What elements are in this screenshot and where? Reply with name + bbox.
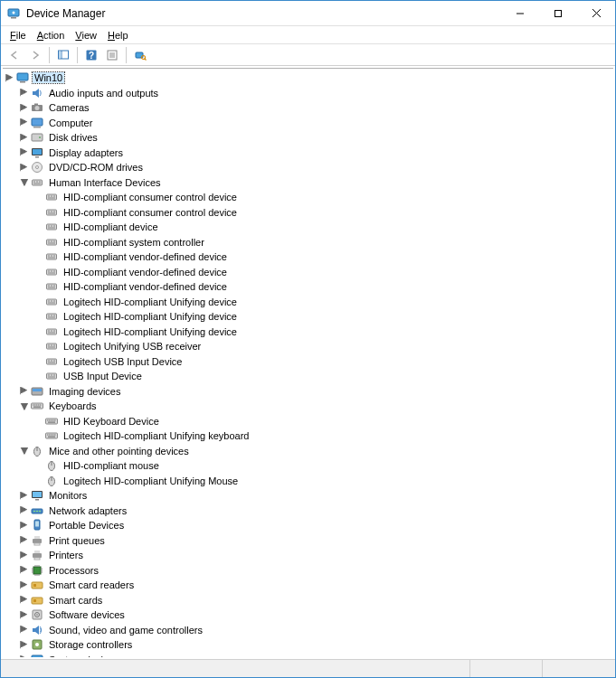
tree-node[interactable]: ⯈USB Input Device xyxy=(5,369,610,384)
expand-icon[interactable]: ⯈ xyxy=(19,133,30,143)
svg-rect-72 xyxy=(48,287,55,288)
tree-node[interactable]: ⯈Audio inputs and outputs xyxy=(5,86,610,101)
collapse-icon[interactable]: ⯆ xyxy=(19,446,30,456)
expand-icon[interactable]: ⯈ xyxy=(19,580,30,590)
maximize-button[interactable] xyxy=(539,1,577,25)
tree-node[interactable]: ⯈Imaging devices xyxy=(5,384,610,400)
expand-icon[interactable]: ⯈ xyxy=(19,118,30,127)
expand-icon[interactable]: ⯈ xyxy=(19,147,30,157)
minimize-button[interactable] xyxy=(501,1,539,25)
hid-icon xyxy=(44,235,59,250)
tree-node[interactable]: ⯈Computer xyxy=(5,116,610,131)
node-label: Logitech HID-compliant Unifying device xyxy=(62,326,239,337)
tree-node[interactable]: ⯈Smart card readers xyxy=(5,578,610,593)
collapse-icon[interactable]: ⯆ xyxy=(19,177,30,187)
expand-icon[interactable]: ⯈ xyxy=(19,565,30,575)
svg-rect-76 xyxy=(53,300,55,301)
tree-root-node[interactable]: ⯈Win10 xyxy=(5,71,610,86)
expand-icon[interactable]: ⯈ xyxy=(19,551,30,560)
tree-node[interactable]: ⯈Monitors xyxy=(5,488,610,504)
menu-help[interactable]: Help xyxy=(102,27,134,43)
tree-node[interactable]: ⯈Logitech Unifying USB receiver xyxy=(5,339,610,354)
tree-node[interactable]: ⯈Processors xyxy=(5,563,610,579)
tree-node[interactable]: ⯈HID-compliant device xyxy=(5,220,610,235)
tree-node[interactable]: ⯈Display adapters xyxy=(5,146,610,161)
menu-action[interactable]: Action xyxy=(32,27,71,43)
menu-view[interactable]: View xyxy=(70,27,102,43)
help-button[interactable]: ? xyxy=(81,46,101,64)
back-button[interactable] xyxy=(5,46,24,64)
tree-node[interactable]: ⯆Human Interface Devices xyxy=(5,175,610,191)
printer-icon xyxy=(30,533,44,548)
tree-node[interactable]: ⯈DVD/CD-ROM drives xyxy=(5,160,610,175)
tree-node[interactable]: ⯆Mice and other pointing devices xyxy=(5,444,610,459)
tree-node[interactable]: ⯈Logitech HID-compliant Unifying keyboar… xyxy=(5,428,610,444)
tree-node[interactable]: ⯈Sound, video and game controllers xyxy=(5,623,610,638)
expand-icon[interactable]: ⯈ xyxy=(19,625,30,635)
tree-node[interactable]: ⯈Logitech HID-compliant Unifying device xyxy=(5,309,610,325)
tree-node[interactable]: ⯈Logitech USB Input Device xyxy=(5,354,610,370)
tree-node[interactable]: ⯈Logitech HID-compliant Unifying device xyxy=(5,325,610,340)
svg-point-27 xyxy=(39,137,41,138)
tree-node[interactable]: ⯈Logitech HID-compliant Unifying device xyxy=(5,295,610,310)
svg-rect-142 xyxy=(34,536,40,539)
expand-icon[interactable]: ⯈ xyxy=(19,88,30,98)
tree-node[interactable]: ⯈HID-compliant vendor-defined device xyxy=(5,265,610,280)
tree-node[interactable]: ⯈Printers xyxy=(5,548,610,563)
svg-rect-55 xyxy=(51,240,52,241)
tree-node[interactable]: ⯈System devices xyxy=(5,653,610,658)
expand-icon[interactable]: ⯈ xyxy=(19,640,30,650)
expand-icon[interactable]: ⯈ xyxy=(19,386,30,396)
svg-rect-4 xyxy=(555,10,562,16)
close-button[interactable] xyxy=(577,1,615,25)
svg-rect-161 xyxy=(33,584,36,587)
tree-node[interactable]: ⯈Portable Devices xyxy=(5,518,610,533)
tree-node[interactable]: ⯈Smart cards xyxy=(5,593,610,608)
system-icon xyxy=(30,653,44,657)
tree-node[interactable]: ⯈HID-compliant system controller xyxy=(5,235,610,250)
show-hide-console-tree-button[interactable] xyxy=(53,46,73,64)
expand-icon[interactable]: ⯈ xyxy=(5,73,15,83)
tree-node[interactable]: ⯈HID-compliant vendor-defined device xyxy=(5,279,610,295)
expand-icon[interactable]: ⯈ xyxy=(19,610,30,620)
expand-icon[interactable]: ⯈ xyxy=(19,595,30,605)
svg-rect-119 xyxy=(46,433,58,438)
dvd-icon xyxy=(30,160,44,174)
node-label: USB Input Device xyxy=(62,371,144,381)
svg-rect-26 xyxy=(32,134,43,141)
expand-icon[interactable]: ⯈ xyxy=(19,163,30,173)
hid-icon xyxy=(30,175,44,190)
svg-rect-121 xyxy=(49,435,51,436)
tree-node[interactable]: ⯈Network adapters xyxy=(5,504,610,519)
scan-hardware-button[interactable] xyxy=(130,46,150,64)
node-label: Logitech Unifying USB receiver xyxy=(62,341,203,352)
properties-button[interactable] xyxy=(102,46,122,64)
menu-file[interactable]: File xyxy=(5,27,32,43)
tree-node[interactable]: ⯈HID-compliant consumer control device xyxy=(5,205,610,221)
tree-node[interactable]: ⯈Cameras xyxy=(5,100,610,116)
expand-icon[interactable]: ⯈ xyxy=(19,521,30,531)
svg-point-137 xyxy=(36,510,38,512)
svg-rect-144 xyxy=(33,553,42,558)
tree-node[interactable]: ⯈Software devices xyxy=(5,607,610,623)
tree-node[interactable]: ⯆Keyboards xyxy=(5,399,610,414)
tree-node[interactable]: ⯈HID-compliant mouse xyxy=(5,458,610,474)
tree-node[interactable]: ⯈Disk drives xyxy=(5,130,610,146)
device-tree[interactable]: ⯈Win10⯈Audio inputs and outputs⯈Cameras⯈… xyxy=(3,68,613,657)
forward-button[interactable] xyxy=(25,46,45,64)
expand-icon[interactable]: ⯈ xyxy=(19,103,30,113)
mouse-icon xyxy=(30,444,44,458)
tree-node[interactable]: ⯈HID-compliant consumer control device xyxy=(5,190,610,205)
svg-rect-88 xyxy=(47,344,57,349)
expand-icon[interactable]: ⯈ xyxy=(19,505,30,515)
expand-icon[interactable]: ⯈ xyxy=(19,535,30,545)
tree-node[interactable]: ⯈Logitech HID-compliant Unifying Mouse xyxy=(5,474,610,489)
keyboard-icon xyxy=(30,399,44,413)
expand-icon[interactable]: ⯈ xyxy=(19,654,30,657)
tree-node[interactable]: ⯈HID Keyboard Device xyxy=(5,414,610,429)
tree-node[interactable]: ⯈HID-compliant vendor-defined device xyxy=(5,250,610,265)
tree-node[interactable]: ⯈Storage controllers xyxy=(5,637,610,653)
tree-node[interactable]: ⯈Print queues xyxy=(5,533,610,549)
expand-icon[interactable]: ⯈ xyxy=(19,491,30,501)
collapse-icon[interactable]: ⯆ xyxy=(19,401,30,411)
